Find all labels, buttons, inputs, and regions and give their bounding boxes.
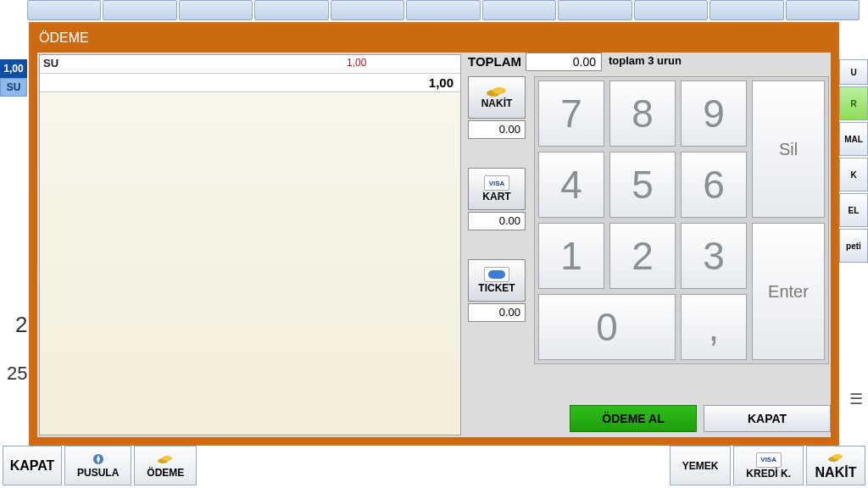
visa-icon: VISA <box>484 175 509 191</box>
bg-right-btn[interactable]: peti <box>839 229 868 263</box>
item-qty: 1,00 <box>347 57 366 69</box>
kart-label: KART <box>482 191 510 202</box>
total-value: 0.00 <box>526 53 602 71</box>
key-7[interactable]: 7 <box>538 80 604 147</box>
bg-tab[interactable] <box>786 0 860 20</box>
bg-odeme-label: ÖDEME <box>147 467 184 479</box>
bg-right-btn[interactable]: EL <box>839 193 868 227</box>
svg-point-2 <box>162 456 172 461</box>
odeme-al-button[interactable]: ÖDEME AL <box>570 405 697 432</box>
kart-button[interactable]: VISA KART <box>468 168 526 210</box>
nakit-label: NAKİT <box>481 97 513 109</box>
key-4[interactable]: 4 <box>538 152 604 218</box>
bg-right-btn[interactable]: MAL <box>839 122 868 156</box>
bg-tab[interactable] <box>179 0 253 20</box>
total-label: TOPLAM <box>468 54 521 69</box>
item-row[interactable]: SU 1,00 <box>40 55 460 74</box>
modal-body: SU 1,00 1,00 TOPLAM 0.00 toplam 3 urun N… <box>37 53 831 437</box>
key-sil[interactable]: Sil <box>752 80 825 218</box>
svg-point-6 <box>492 87 506 94</box>
bg-odeme-button[interactable]: ÖDEME <box>134 446 197 485</box>
kart-amount: 0.00 <box>468 212 526 230</box>
bg-left-qty: 1,00 <box>0 59 27 78</box>
ticket-amount: 0.00 <box>468 303 526 322</box>
key-8[interactable]: 8 <box>609 80 676 147</box>
bg-tab[interactable] <box>482 0 556 20</box>
ticket-label: TICKET <box>478 282 515 294</box>
ticket-button[interactable]: TICKET <box>468 259 526 302</box>
compass-icon <box>90 453 107 465</box>
bg-top-tabs <box>27 0 860 20</box>
item-name: SU <box>43 57 58 69</box>
bg-tab[interactable] <box>406 0 480 20</box>
summary-text: toplam 3 urun <box>609 54 682 67</box>
bg-nakit-label: NAKİT <box>815 465 857 480</box>
nakit-button[interactable]: NAKİT <box>468 76 526 119</box>
payment-modal: ÖDEME SU 1,00 1,00 TOPLAM 0.00 toplam 3 … <box>29 22 839 446</box>
bg-tab[interactable] <box>27 0 101 20</box>
bg-kredi-label: KREDİ K. <box>746 468 791 480</box>
bg-left-column: 1,00 SU <box>0 59 29 97</box>
bg-yemek-label: YEMEK <box>682 460 719 472</box>
bg-number-25: 25 <box>7 363 27 385</box>
coins-icon <box>157 453 174 465</box>
bg-left-item[interactable]: SU <box>0 78 27 97</box>
bg-yemek-button[interactable]: YEMEK <box>670 446 732 485</box>
bg-bottom-row: KAPAT PUSULA ÖDEME YEMEK VISA KREDİ K. N… <box>0 446 868 488</box>
bg-right-btn[interactable]: U <box>839 59 868 85</box>
nakit-amount: 0.00 <box>468 120 526 139</box>
bg-hamburger-icon[interactable]: ☰ <box>849 390 863 408</box>
key-6[interactable]: 6 <box>681 152 747 218</box>
bg-pusula-label: PUSULA <box>77 467 119 479</box>
keypad: 7 8 9 Sil 4 5 6 1 2 3 Enter 0 , <box>534 76 829 364</box>
bg-right-btn-green[interactable]: R <box>839 86 868 120</box>
key-1[interactable]: 1 <box>538 223 604 289</box>
bg-tab[interactable] <box>103 0 176 20</box>
coins-icon <box>827 452 844 463</box>
key-9[interactable]: 9 <box>681 80 747 147</box>
bg-tab[interactable] <box>709 0 783 20</box>
kapat-button[interactable]: KAPAT <box>704 405 831 432</box>
key-enter[interactable]: Enter <box>752 223 825 360</box>
bg-tab[interactable] <box>254 0 328 20</box>
bg-tab[interactable] <box>331 0 404 20</box>
payment-methods: NAKİT 0.00 VISA KART 0.00 TICKET 0.00 <box>468 76 527 351</box>
key-0[interactable]: 0 <box>538 294 676 360</box>
key-5[interactable]: 5 <box>609 152 676 218</box>
svg-point-4 <box>832 454 843 459</box>
key-3[interactable]: 3 <box>681 223 747 289</box>
bg-right-column: U R MAL K EL peti <box>839 59 868 263</box>
bg-kredi-button[interactable]: VISA KREDİ K. <box>733 446 804 485</box>
bg-nakit-button[interactable]: NAKİT <box>806 446 865 485</box>
visa-icon: VISA <box>756 452 782 468</box>
bg-right-btn[interactable]: K <box>839 158 868 191</box>
coins-icon <box>486 86 508 97</box>
item-price: 1,00 <box>40 74 460 92</box>
modal-title: ÖDEME <box>31 24 837 53</box>
bg-tab[interactable] <box>634 0 708 20</box>
bg-kapat-button[interactable]: KAPAT <box>3 446 62 485</box>
bg-pusula-button[interactable]: PUSULA <box>64 446 131 485</box>
key-2[interactable]: 2 <box>609 223 676 289</box>
cirrus-icon <box>484 267 509 282</box>
bg-tab[interactable] <box>558 0 632 20</box>
key-comma[interactable]: , <box>681 294 747 360</box>
item-list: SU 1,00 1,00 <box>39 54 461 435</box>
bg-number-2: 2 <box>15 312 27 338</box>
